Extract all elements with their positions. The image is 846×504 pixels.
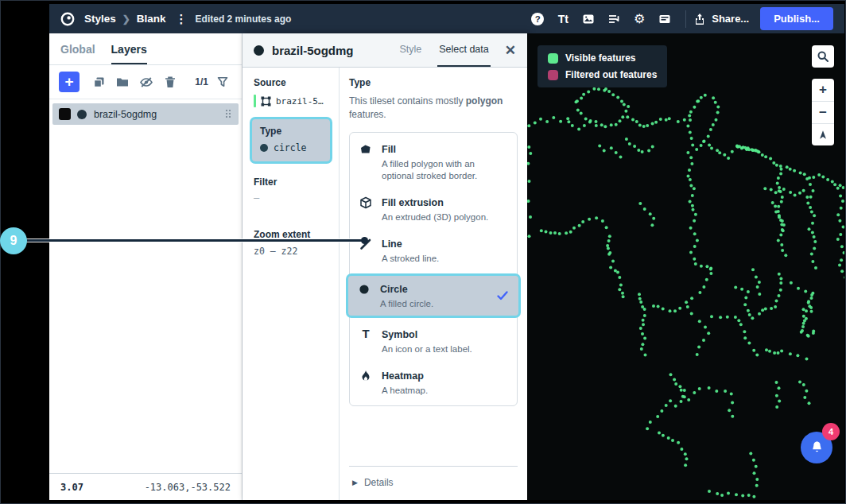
- zoom-out-button[interactable]: −: [812, 101, 834, 123]
- layer-counter: 1/1: [195, 76, 208, 87]
- tileset-description: This tileset contains mostly polygon fea…: [349, 95, 518, 122]
- circle-type-icon: [260, 144, 268, 152]
- type-option-desc: A heatmap.: [382, 385, 428, 397]
- type-card-selected[interactable]: Type circle: [250, 117, 332, 164]
- map-feature-dots: [527, 33, 844, 500]
- toolbar-divider: [685, 10, 686, 28]
- source-row[interactable]: brazil-5…: [254, 95, 339, 107]
- hide-eye-off-icon[interactable]: [137, 73, 156, 91]
- checkmark-icon: [496, 290, 509, 301]
- map-canvas[interactable]: Visible features Filtered out features +…: [527, 33, 844, 500]
- type-option-symbol[interactable]: T SymbolAn icon or a text label.: [350, 320, 517, 362]
- map-search-button[interactable]: [812, 45, 834, 68]
- filtered-features-swatch: [548, 70, 558, 80]
- tab-select-data[interactable]: Select data: [437, 33, 491, 67]
- details-expander[interactable]: ▶ Details: [349, 466, 518, 500]
- source-name: brazil-5…: [276, 96, 324, 107]
- drag-handle-icon[interactable]: [226, 110, 232, 119]
- group-folder-icon[interactable]: [113, 73, 132, 91]
- type-option-label: Fill extrusion: [382, 197, 444, 208]
- add-layer-button[interactable]: +: [59, 72, 80, 92]
- type-option-line[interactable]: LineA stroked line.: [350, 230, 517, 271]
- polygon-source-icon: [261, 96, 271, 107]
- settings-gear-icon[interactable]: ⚙: [627, 10, 651, 29]
- type-option-label: Heatmap: [382, 370, 424, 382]
- type-option-circle[interactable]: CircleA filled circle.: [346, 273, 521, 319]
- bell-icon: [810, 440, 824, 455]
- compass-bearing-button[interactable]: [812, 123, 834, 145]
- layer-editor-panel: brazil-5ogdmg Style Select data ✕ Source…: [243, 33, 527, 500]
- type-option-desc: An extruded (3D) polygon.: [382, 211, 488, 223]
- source-label: Source: [254, 77, 339, 88]
- type-section-heading: Type: [349, 77, 518, 88]
- tab-global[interactable]: Global: [60, 43, 95, 64]
- share-button[interactable]: Share...: [694, 13, 749, 25]
- style-menu-kebab-icon[interactable]: ⋮: [176, 15, 188, 23]
- type-option-desc: A filled circle.: [380, 298, 433, 310]
- mapbox-studio-window: Styles ❯ Blank ⋮ Edited 2 minutes ago ? …: [49, 4, 844, 500]
- layer-name: brazil-5ogdmg: [94, 109, 226, 120]
- type-value: circle: [274, 142, 307, 153]
- type-option-heatmap[interactable]: HeatmapA heatmap.: [350, 362, 517, 403]
- fonts-icon[interactable]: Tt: [551, 10, 575, 29]
- legend-label: Filtered out features: [565, 69, 657, 80]
- zoom-level-value: 3.07: [60, 482, 83, 493]
- visible-features-swatch: [548, 53, 558, 64]
- layer-type-circle-icon: [254, 45, 264, 56]
- coordinates-value: -13.063,-53.522: [145, 482, 231, 493]
- annotation-number-badge: 9: [0, 227, 27, 254]
- layer-type-circle-icon: [77, 110, 87, 119]
- type-option-label: Line: [382, 238, 402, 250]
- fill-extrusion-icon: [359, 196, 372, 209]
- type-option-label: Symbol: [382, 329, 417, 340]
- filter-layers-icon[interactable]: [213, 73, 232, 91]
- zoom-in-button[interactable]: +: [812, 79, 834, 101]
- source-color-bar: [254, 95, 256, 107]
- tab-style[interactable]: Style: [398, 33, 423, 67]
- annotation-pointer-line: [25, 239, 365, 242]
- delete-trash-icon[interactable]: [161, 73, 180, 91]
- layer-row-brazil[interactable]: brazil-5ogdmg: [52, 103, 239, 125]
- top-bar: Styles ❯ Blank ⋮ Edited 2 minutes ago ? …: [49, 4, 844, 33]
- help-icon[interactable]: ?: [526, 10, 549, 29]
- share-label: Share...: [712, 13, 749, 25]
- close-icon[interactable]: ✕: [505, 44, 516, 57]
- mapbox-logo-icon[interactable]: [60, 12, 75, 26]
- edited-timestamp: Edited 2 minutes ago: [196, 14, 292, 25]
- heatmap-icon: [359, 370, 372, 382]
- type-label: Type: [260, 126, 322, 137]
- breadcrumb-styles[interactable]: Styles: [84, 13, 116, 25]
- search-icon: [817, 50, 829, 63]
- duplicate-icon[interactable]: [89, 73, 108, 91]
- map-legend: Visible features Filtered out features: [537, 45, 667, 87]
- type-option-fill[interactable]: FillA filled polygon with an optional st…: [350, 135, 517, 188]
- debug-icon[interactable]: [653, 10, 677, 29]
- circle-icon: [358, 283, 371, 296]
- zoom-extent-label[interactable]: Zoom extent: [254, 229, 339, 240]
- panel-title: brazil-5ogdmg: [272, 44, 354, 57]
- filter-label[interactable]: Filter: [254, 176, 339, 188]
- filter-value: —: [254, 192, 339, 204]
- images-icon[interactable]: [576, 10, 600, 29]
- type-option-fill-extrusion[interactable]: Fill extrusionAn extruded (3D) polygon.: [350, 188, 517, 230]
- layers-sidebar: Global Layers +: [49, 33, 243, 500]
- legend-filtered-features: Filtered out features: [548, 69, 657, 80]
- breadcrumb-style-name[interactable]: Blank: [137, 13, 166, 25]
- breadcrumb-chevron-icon: ❯: [122, 14, 130, 25]
- notification-count-badge[interactable]: 4: [822, 423, 840, 440]
- type-option-desc: An icon or a text label.: [382, 343, 472, 355]
- tab-layers[interactable]: Layers: [111, 43, 147, 64]
- history-icon[interactable]: [602, 10, 626, 29]
- publish-button[interactable]: Publish...: [760, 7, 833, 30]
- screenshot-canvas: Styles ❯ Blank ⋮ Edited 2 minutes ago ? …: [0, 0, 846, 504]
- type-options-list: FillA filled polygon with an optional st…: [349, 132, 518, 407]
- north-arrow-icon: [817, 130, 829, 141]
- symbol-icon: T: [359, 328, 372, 339]
- map-zoom-controls: + −: [812, 79, 834, 145]
- layer-color-swatch[interactable]: [59, 108, 71, 120]
- map-statusbar: 3.07 -13.063,-53.522: [49, 473, 242, 500]
- panel-header: brazil-5ogdmg Style Select data ✕: [243, 33, 527, 68]
- annotation-pointer-dot: [361, 237, 368, 244]
- sidebar-tabs: Global Layers: [49, 33, 242, 65]
- share-icon: [694, 13, 705, 25]
